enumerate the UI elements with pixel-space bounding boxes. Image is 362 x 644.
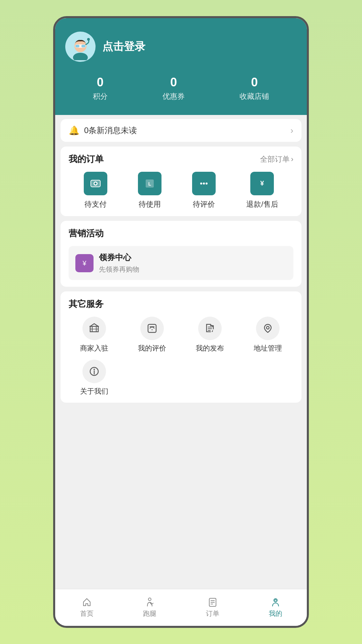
- svg-text:¥: ¥: [260, 179, 264, 187]
- service-item-review[interactable]: 我的评价: [126, 317, 178, 353]
- merchant-label: 商家入驻: [80, 344, 108, 353]
- services-title: 其它服务: [69, 298, 104, 310]
- pending-review-label: 待评价: [193, 199, 215, 209]
- nav-item-home[interactable]: 首页: [55, 589, 118, 626]
- about-icon: [82, 360, 106, 383]
- posts-icon: [198, 317, 222, 340]
- all-orders-text: 全部订单: [260, 154, 290, 164]
- svg-point-30: [148, 598, 151, 601]
- coupon-center-item[interactable]: ¥ 领券中心 先领券再购物: [69, 246, 293, 280]
- service-item-address[interactable]: 地址管理: [242, 317, 293, 353]
- order-item-pending-review[interactable]: 待评价: [192, 172, 216, 209]
- home-icon: [82, 597, 92, 607]
- orders-chevron-icon: ›: [291, 155, 293, 164]
- stats-row: 0 积分 0 优惠券 0 收藏店铺: [65, 72, 297, 105]
- svg-point-19: [152, 329, 153, 330]
- nav-label-orders: 订单: [206, 609, 219, 618]
- svg-rect-4: [75, 45, 79, 47]
- chevron-right-icon: ›: [290, 125, 293, 136]
- stat-label-points: 积分: [93, 92, 108, 100]
- stat-number-favorites: 0: [240, 75, 269, 89]
- svg-point-6: [87, 38, 90, 41]
- marketing-title: 营销活动: [69, 228, 104, 239]
- stat-item-favorites[interactable]: 0 收藏店铺: [240, 75, 269, 102]
- stat-label-favorites: 收藏店铺: [240, 92, 269, 100]
- refund-label: 退款/售后: [246, 199, 278, 209]
- posts-label: 我的发布: [196, 344, 224, 353]
- coupon-icon: ¥: [75, 254, 94, 272]
- pending-pay-icon: [84, 172, 107, 195]
- coupon-center-title: 领券中心: [99, 252, 139, 263]
- pending-pay-label: 待支付: [84, 199, 107, 209]
- login-text: 点击登录: [102, 39, 145, 54]
- nav-label-home: 首页: [80, 609, 94, 618]
- about-label: 关于我们: [80, 387, 108, 396]
- review-icon: [140, 317, 164, 340]
- orders-icons-row: 待支付 L 待使用: [69, 172, 293, 209]
- content-area: 🔔 0条新消息未读 › 我的订单 全部订单 ›: [55, 115, 307, 589]
- nav-item-errand[interactable]: 跑腿: [118, 589, 181, 626]
- notification-card[interactable]: 🔔 0条新消息未读 ›: [61, 119, 301, 142]
- other-services-card: 其它服务 商家入驻: [61, 291, 301, 403]
- stat-number-points: 0: [93, 75, 108, 89]
- service-item-merchant[interactable]: 商家入驻: [69, 317, 120, 353]
- orders-icon: [208, 597, 218, 607]
- avatar[interactable]: [65, 32, 96, 62]
- svg-text:¥: ¥: [82, 259, 86, 267]
- bottom-nav: 首页 跑腿 订单 我的: [55, 589, 307, 626]
- all-orders-link[interactable]: 全部订单 ›: [260, 154, 293, 164]
- mine-icon: [270, 597, 281, 607]
- notif-left: 🔔 0条新消息未读: [69, 125, 137, 136]
- stat-item-points[interactable]: 0 积分: [93, 75, 108, 102]
- svg-point-10: [95, 183, 97, 185]
- nav-label-errand: 跑腿: [143, 609, 156, 618]
- orders-card: 我的订单 全部订单 › 待支付: [61, 147, 301, 216]
- pending-review-icon: [192, 172, 216, 195]
- orders-header: 我的订单 全部订单 ›: [69, 153, 293, 165]
- pending-use-label: 待使用: [139, 199, 161, 209]
- order-item-refund[interactable]: ¥ 退款/售后: [246, 172, 278, 209]
- nav-item-orders[interactable]: 订单: [181, 589, 244, 626]
- stat-number-coupons: 0: [162, 75, 185, 89]
- coupon-center-subtitle: 先领券再购物: [99, 265, 139, 274]
- services-grid: 商家入驻 我的评价: [69, 317, 293, 396]
- notification-text: 0条新消息未读: [84, 125, 137, 136]
- stat-item-coupons[interactable]: 0 优惠券: [162, 75, 185, 102]
- address-label: 地址管理: [254, 344, 282, 353]
- review-label: 我的评价: [138, 344, 166, 353]
- marketing-card: 营销活动 ¥ 领券中心 先领券再购物: [61, 221, 301, 287]
- marketing-header: 营销活动: [69, 228, 293, 239]
- order-item-pending-use[interactable]: L 待使用: [138, 172, 161, 209]
- profile-row[interactable]: 点击登录: [65, 32, 297, 62]
- phone-frame: 点击登录 0 积分 0 优惠券 0 收藏店铺 🔔 0条新消息未读 ›: [53, 16, 309, 628]
- merchant-icon: [82, 317, 106, 340]
- svg-point-13: [200, 183, 202, 185]
- errand-icon: [145, 597, 155, 607]
- svg-point-15: [206, 183, 208, 185]
- service-item-about[interactable]: 关于我们: [69, 360, 120, 396]
- bell-icon: 🔔: [69, 125, 79, 136]
- order-item-pending-pay[interactable]: 待支付: [84, 172, 107, 209]
- svg-text:L: L: [148, 181, 151, 187]
- header: 点击登录 0 积分 0 优惠券 0 收藏店铺: [55, 18, 307, 115]
- orders-title: 我的订单: [69, 153, 104, 165]
- svg-rect-5: [81, 45, 85, 47]
- stat-label-coupons: 优惠券: [162, 92, 185, 100]
- address-icon: [256, 317, 280, 340]
- pending-use-icon: L: [138, 172, 161, 195]
- services-header: 其它服务: [69, 298, 293, 310]
- refund-icon: ¥: [250, 172, 274, 195]
- svg-point-26: [266, 326, 269, 329]
- svg-rect-18: [148, 324, 156, 332]
- service-item-posts[interactable]: 我的发布: [184, 317, 236, 353]
- coupon-info: 领券中心 先领券再购物: [99, 252, 139, 274]
- nav-item-mine[interactable]: 我的: [244, 589, 307, 626]
- svg-point-28: [94, 369, 95, 370]
- svg-point-14: [203, 183, 205, 185]
- nav-label-mine: 我的: [269, 609, 282, 618]
